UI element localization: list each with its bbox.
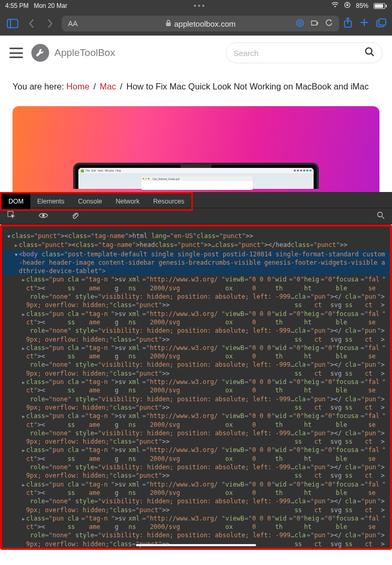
sidebar-toggle-icon[interactable] [5,16,20,31]
breadcrumb-home[interactable]: Home [66,82,89,91]
home-indicator[interactable] [136,544,256,546]
site-header: AppleToolBox [0,36,392,70]
tab-resources[interactable]: Resources [146,194,191,209]
extensions-icon[interactable] [310,19,319,28]
tab-network[interactable]: Network [109,194,146,209]
breadcrumb-title: How to Fix Mac Quick Look Not Working on… [126,82,369,91]
devtools-tabs: DOM Elements Console Network Resources [2,194,191,209]
status-time: 4:55 PM [5,2,29,9]
svg-line-15 [371,53,374,56]
reload-icon[interactable] [325,19,333,28]
laptop-illustration: 🟢 FileEditViewWindowHelp Get_Started_Gui… [73,163,319,192]
browser-chrome: AA appletoolbox.com [0,12,392,36]
breadcrumb: You are here: Home / Mac / How to Fix Ma… [13,82,379,92]
inspect-icon[interactable] [7,211,16,221]
url-text: appletoolbox.com [174,19,236,28]
search-input[interactable] [234,49,364,58]
share-icon[interactable] [343,17,352,30]
status-bar: 4:55 PM Mon 20 Mar 85% [0,0,392,12]
menu-button[interactable] [9,48,23,58]
forward-button[interactable] [43,16,57,31]
orientation-lock-icon [344,2,351,10]
breadcrumb-mac[interactable]: Mac [100,82,116,91]
brand-text: AppleToolBox [54,47,115,59]
dom-tree[interactable]: class="punct"><class="tag-name">html lan… [2,227,390,548]
breadcrumb-prefix: You are here: [13,82,66,91]
svg-rect-13 [379,19,386,25]
svg-rect-2 [7,19,18,28]
privacy-report-icon[interactable] [296,19,304,29]
reader-icon[interactable]: AA [68,19,78,28]
devtools-panel: DOM Elements Console Network Resources c… [0,192,392,550]
site-logo[interactable]: AppleToolBox [31,44,115,62]
multitask-dots[interactable] [194,5,204,7]
attach-icon[interactable] [71,211,78,221]
svg-rect-1 [347,5,349,6]
svg-point-14 [366,48,372,54]
hero-image: 🟢 FileEditViewWindowHelp Get_Started_Gui… [13,106,379,192]
svg-point-17 [42,214,45,217]
svg-line-19 [382,217,384,219]
svg-point-18 [378,212,383,217]
battery-percent: 85% [356,2,368,9]
back-button[interactable] [24,16,39,31]
new-tab-icon[interactable] [360,18,369,29]
status-date: Mon 20 Mar [34,2,67,9]
tab-elements[interactable]: Elements [30,194,71,209]
wifi-icon [331,2,339,9]
wrench-icon [31,44,49,62]
search-box[interactable] [226,42,383,63]
lock-icon [165,19,171,28]
page-content: You are here: Home / Mac / How to Fix Ma… [0,70,392,192]
svg-rect-4 [166,22,170,26]
eye-icon[interactable] [39,211,48,221]
battery-icon [374,3,387,9]
url-bar[interactable]: AA appletoolbox.com [62,16,339,31]
tabs-icon[interactable] [376,18,387,30]
search-tree-icon[interactable] [377,211,385,221]
search-icon[interactable] [364,47,375,59]
tab-console[interactable]: Console [71,194,109,209]
tab-dom[interactable]: DOM [2,194,30,209]
